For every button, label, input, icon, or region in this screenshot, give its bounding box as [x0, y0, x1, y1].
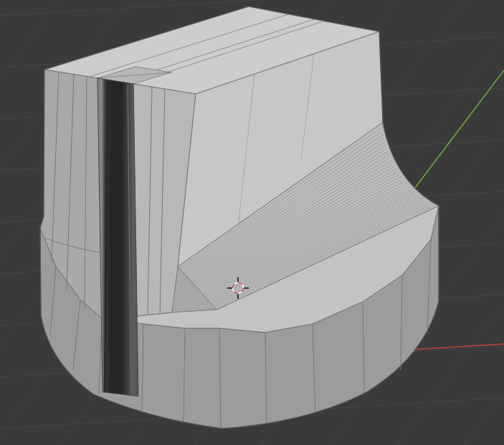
mesh-object[interactable] [40, 6, 439, 429]
slot-groove[interactable] [98, 78, 138, 396]
viewport-3d[interactable] [0, 0, 504, 445]
viewport-canvas[interactable] [0, 0, 504, 445]
